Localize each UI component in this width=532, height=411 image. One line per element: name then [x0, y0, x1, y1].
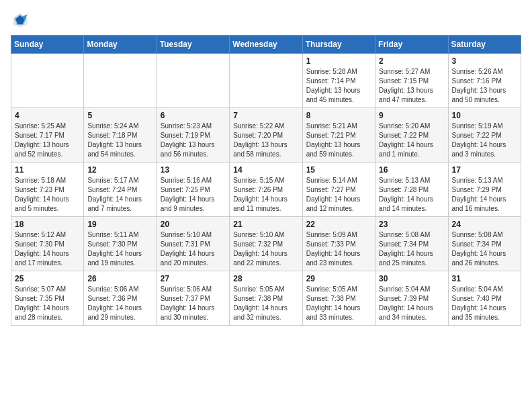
cell-day-number: 13 [161, 165, 226, 175]
calendar-header-row: SundayMondayTuesdayWednesdayThursdayFrid… [11, 36, 521, 54]
calendar-week-row: 1Sunrise: 5:28 AM Sunset: 7:14 PM Daylig… [11, 54, 521, 108]
weekday-header: Saturday [448, 36, 521, 54]
calendar-week-row: 4Sunrise: 5:25 AM Sunset: 7:17 PM Daylig… [11, 108, 521, 163]
logo [11, 11, 32, 30]
cell-day-number: 30 [379, 274, 444, 283]
cell-info-text: Sunrise: 5:19 AM Sunset: 7:22 PM Dayligh… [452, 122, 517, 159]
calendar-cell: 20Sunrise: 5:10 AM Sunset: 7:31 PM Dayli… [157, 217, 229, 271]
cell-day-number: 26 [87, 274, 152, 283]
cell-info-text: Sunrise: 5:12 AM Sunset: 7:30 PM Dayligh… [15, 230, 80, 268]
cell-day-number: 19 [87, 220, 152, 229]
calendar-cell: 31Sunrise: 5:04 AM Sunset: 7:40 PM Dayli… [448, 271, 521, 326]
calendar-cell: 26Sunrise: 5:06 AM Sunset: 7:36 PM Dayli… [84, 271, 157, 326]
cell-day-number: 17 [452, 165, 517, 175]
calendar-cell: 4Sunrise: 5:25 AM Sunset: 7:17 PM Daylig… [11, 108, 84, 163]
calendar-cell: 5Sunrise: 5:24 AM Sunset: 7:18 PM Daylig… [84, 108, 157, 163]
cell-info-text: Sunrise: 5:17 AM Sunset: 7:24 PM Dayligh… [87, 176, 152, 214]
cell-day-number: 21 [233, 220, 298, 229]
cell-info-text: Sunrise: 5:09 AM Sunset: 7:33 PM Dayligh… [306, 230, 371, 268]
calendar-cell: 7Sunrise: 5:22 AM Sunset: 7:20 PM Daylig… [230, 108, 302, 163]
cell-day-number: 15 [306, 165, 371, 175]
cell-day-number: 10 [452, 111, 517, 120]
cell-info-text: Sunrise: 5:18 AM Sunset: 7:23 PM Dayligh… [15, 176, 80, 214]
cell-day-number: 23 [379, 220, 444, 229]
calendar-cell: 25Sunrise: 5:07 AM Sunset: 7:35 PM Dayli… [11, 271, 84, 326]
calendar-cell: 12Sunrise: 5:17 AM Sunset: 7:24 PM Dayli… [84, 163, 157, 217]
calendar-cell: 8Sunrise: 5:21 AM Sunset: 7:21 PM Daylig… [302, 108, 375, 163]
cell-info-text: Sunrise: 5:04 AM Sunset: 7:39 PM Dayligh… [379, 285, 444, 322]
cell-day-number: 16 [379, 165, 444, 175]
cell-day-number: 6 [161, 111, 226, 120]
cell-day-number: 4 [15, 111, 80, 120]
cell-info-text: Sunrise: 5:06 AM Sunset: 7:37 PM Dayligh… [161, 285, 226, 322]
weekday-header: Wednesday [230, 36, 302, 54]
calendar-cell: 14Sunrise: 5:15 AM Sunset: 7:26 PM Dayli… [230, 163, 302, 217]
calendar-week-row: 18Sunrise: 5:12 AM Sunset: 7:30 PM Dayli… [11, 217, 521, 271]
cell-info-text: Sunrise: 5:13 AM Sunset: 7:28 PM Dayligh… [379, 176, 444, 214]
cell-info-text: Sunrise: 5:22 AM Sunset: 7:20 PM Dayligh… [233, 122, 298, 159]
cell-day-number: 1 [306, 56, 371, 66]
cell-info-text: Sunrise: 5:10 AM Sunset: 7:31 PM Dayligh… [161, 230, 226, 268]
cell-info-text: Sunrise: 5:05 AM Sunset: 7:38 PM Dayligh… [306, 285, 371, 322]
cell-day-number: 9 [379, 111, 444, 120]
cell-day-number: 7 [233, 111, 298, 120]
calendar-cell [11, 54, 84, 108]
cell-day-number: 2 [379, 56, 444, 66]
cell-day-number: 18 [15, 220, 80, 229]
calendar-cell: 30Sunrise: 5:04 AM Sunset: 7:39 PM Dayli… [375, 271, 448, 326]
calendar-cell: 29Sunrise: 5:05 AM Sunset: 7:38 PM Dayli… [302, 271, 375, 326]
cell-day-number: 28 [233, 274, 298, 283]
cell-info-text: Sunrise: 5:14 AM Sunset: 7:27 PM Dayligh… [306, 176, 371, 214]
calendar-cell: 19Sunrise: 5:11 AM Sunset: 7:30 PM Dayli… [84, 217, 157, 271]
weekday-header: Friday [375, 36, 448, 54]
cell-day-number: 14 [233, 165, 298, 175]
cell-day-number: 20 [161, 220, 226, 229]
cell-info-text: Sunrise: 5:04 AM Sunset: 7:40 PM Dayligh… [452, 285, 517, 322]
cell-info-text: Sunrise: 5:15 AM Sunset: 7:26 PM Dayligh… [233, 176, 298, 214]
cell-info-text: Sunrise: 5:20 AM Sunset: 7:22 PM Dayligh… [379, 122, 444, 159]
calendar-cell: 23Sunrise: 5:08 AM Sunset: 7:34 PM Dayli… [375, 217, 448, 271]
cell-info-text: Sunrise: 5:23 AM Sunset: 7:19 PM Dayligh… [161, 122, 226, 159]
cell-info-text: Sunrise: 5:24 AM Sunset: 7:18 PM Dayligh… [87, 122, 152, 159]
calendar-cell: 11Sunrise: 5:18 AM Sunset: 7:23 PM Dayli… [11, 163, 84, 217]
cell-info-text: Sunrise: 5:16 AM Sunset: 7:25 PM Dayligh… [161, 176, 226, 214]
calendar-cell: 21Sunrise: 5:10 AM Sunset: 7:32 PM Dayli… [230, 217, 302, 271]
cell-info-text: Sunrise: 5:11 AM Sunset: 7:30 PM Dayligh… [87, 230, 152, 268]
cell-info-text: Sunrise: 5:25 AM Sunset: 7:17 PM Dayligh… [15, 122, 80, 159]
cell-day-number: 8 [306, 111, 371, 120]
calendar-cell [230, 54, 302, 108]
calendar-cell: 6Sunrise: 5:23 AM Sunset: 7:19 PM Daylig… [157, 108, 229, 163]
cell-info-text: Sunrise: 5:21 AM Sunset: 7:21 PM Dayligh… [306, 122, 371, 159]
weekday-header: Sunday [11, 36, 84, 54]
calendar-week-row: 25Sunrise: 5:07 AM Sunset: 7:35 PM Dayli… [11, 271, 521, 326]
cell-day-number: 11 [15, 165, 80, 175]
calendar-week-row: 11Sunrise: 5:18 AM Sunset: 7:23 PM Dayli… [11, 163, 521, 217]
calendar-cell: 22Sunrise: 5:09 AM Sunset: 7:33 PM Dayli… [302, 217, 375, 271]
cell-day-number: 25 [15, 274, 80, 283]
calendar-cell: 16Sunrise: 5:13 AM Sunset: 7:28 PM Dayli… [375, 163, 448, 217]
cell-info-text: Sunrise: 5:06 AM Sunset: 7:36 PM Dayligh… [87, 285, 152, 322]
calendar-cell [84, 54, 157, 108]
calendar-cell: 2Sunrise: 5:27 AM Sunset: 7:15 PM Daylig… [375, 54, 448, 108]
weekday-header: Monday [84, 36, 157, 54]
cell-info-text: Sunrise: 5:05 AM Sunset: 7:38 PM Dayligh… [233, 285, 298, 322]
logo-icon [11, 11, 30, 30]
cell-info-text: Sunrise: 5:27 AM Sunset: 7:15 PM Dayligh… [379, 67, 444, 105]
cell-info-text: Sunrise: 5:13 AM Sunset: 7:29 PM Dayligh… [452, 176, 517, 214]
calendar-cell: 27Sunrise: 5:06 AM Sunset: 7:37 PM Dayli… [157, 271, 229, 326]
calendar-cell: 24Sunrise: 5:08 AM Sunset: 7:34 PM Dayli… [448, 217, 521, 271]
cell-day-number: 22 [306, 220, 371, 229]
page-header [11, 11, 521, 30]
cell-info-text: Sunrise: 5:28 AM Sunset: 7:14 PM Dayligh… [306, 67, 371, 105]
calendar-cell: 28Sunrise: 5:05 AM Sunset: 7:38 PM Dayli… [230, 271, 302, 326]
calendar-table: SundayMondayTuesdayWednesdayThursdayFrid… [11, 35, 521, 326]
calendar-cell: 3Sunrise: 5:26 AM Sunset: 7:16 PM Daylig… [448, 54, 521, 108]
cell-info-text: Sunrise: 5:08 AM Sunset: 7:34 PM Dayligh… [452, 230, 517, 268]
cell-day-number: 12 [87, 165, 152, 175]
cell-info-text: Sunrise: 5:08 AM Sunset: 7:34 PM Dayligh… [379, 230, 444, 268]
weekday-header: Tuesday [157, 36, 229, 54]
cell-info-text: Sunrise: 5:07 AM Sunset: 7:35 PM Dayligh… [15, 285, 80, 322]
cell-day-number: 3 [452, 56, 517, 66]
calendar-cell: 17Sunrise: 5:13 AM Sunset: 7:29 PM Dayli… [448, 163, 521, 217]
calendar-cell: 13Sunrise: 5:16 AM Sunset: 7:25 PM Dayli… [157, 163, 229, 217]
